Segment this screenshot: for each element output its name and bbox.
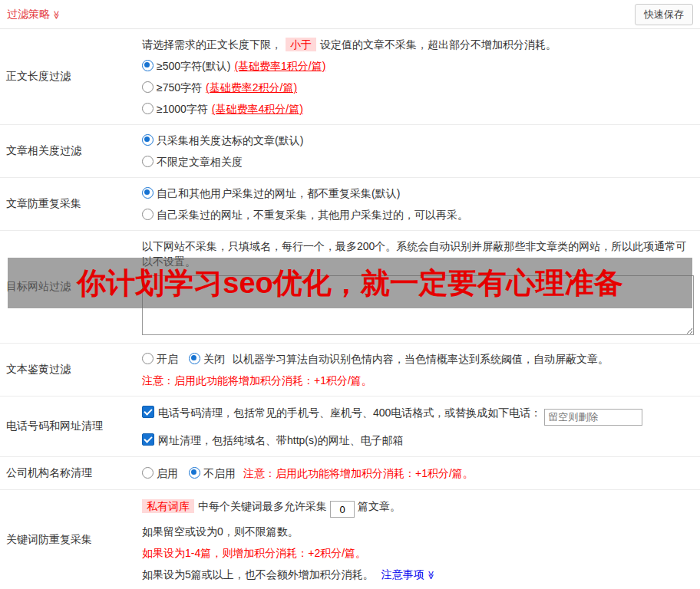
keyword-note-fee: 如果设为1-4篇，则增加积分消耗：+2积分/篇。 — [142, 545, 694, 561]
section-keyword-dedup: 关键词防重复采集 私有词库中每个关键词最多允许采集篇文章。 如果留空或设为0，则… — [0, 490, 700, 589]
section-phone-url-clean: 电话号码和网址清理 电话号码清理，包括常见的手机号、座机号、400电话格式，或替… — [0, 397, 700, 457]
row-content-keyword-dedup: 私有词库中每个关键词最多允许采集篇文章。 如果留空或设为0，则不限篇数。 如果设… — [142, 490, 700, 589]
section-relevance: 文章相关度过滤 只采集相关度达标的文章(默认) 不限定文章相关度 — [0, 125, 700, 178]
keyword-limit-mid: 中每个关键词最多允许采集 — [198, 500, 327, 512]
radio-label: ≥500字符(默认) — [157, 60, 230, 72]
row-content-dedup: 自己和其他用户采集过的网址，都不重复采集(默认) 自己采集过的网址，不重复采集，… — [142, 178, 700, 230]
row-label-keyword-dedup: 关键词防重复采集 — [0, 490, 142, 589]
row-label-relevance: 文章相关度过滤 — [0, 125, 142, 177]
row-content-relevance: 只采集相关度达标的文章(默认) 不限定文章相关度 — [142, 125, 700, 177]
fee-note-1000: (基础费率4积分/篇) — [212, 103, 303, 115]
section-porn-filter: 文本鉴黄过滤 开启关闭以机器学习算法自动识别色情内容，当色情概率达到系统阈值，自… — [0, 344, 700, 397]
length-intro-highlight: 小于 — [286, 38, 316, 51]
radio-unchecked-icon — [142, 156, 154, 167]
porn-filter-options: 开启关闭以机器学习算法自动识别色情内容，当色情概率达到系统阈值，自动屏蔽文章。 — [142, 351, 694, 367]
radio-dedup-global[interactable]: 自己和其他用户采集过的网址，都不重复采集(默认) — [142, 187, 400, 199]
porn-filter-note: 注意：启用此功能将增加积分消耗：+1积分/篇。 — [142, 373, 694, 388]
radio-company-off[interactable]: 不启用 — [189, 467, 236, 479]
radio-label: 只采集相关度达标的文章(默认) — [157, 134, 303, 146]
radio-unchecked-icon — [142, 81, 154, 93]
radio-unchecked-icon — [142, 353, 154, 364]
radio-label: 不限定文章相关度 — [157, 156, 243, 168]
fee-note-500: (基础费率1积分/篇) — [234, 60, 325, 72]
notice-link[interactable]: 注意事项≫ — [381, 568, 436, 581]
row-content-company-clean: 启用不启用注意：启用此功能将增加积分消耗：+1积分/篇。 — [142, 457, 700, 489]
dedup-option-global: 自己和其他用户采集过的网址，都不重复采集(默认) — [142, 186, 694, 201]
phone-clean-line: 电话号码清理，包括常见的手机号、座机号、400电话格式，或替换成如下电话： — [142, 404, 694, 426]
page-title-text: 过滤策略 — [7, 8, 50, 20]
radio-label: ≥1000字符 — [157, 103, 208, 115]
radio-porn-off[interactable]: 关闭 — [189, 353, 225, 365]
row-label-phone-url-clean: 电话号码和网址清理 — [0, 397, 142, 456]
porn-filter-desc: 以机器学习算法自动识别色情内容，当色情概率达到系统阈值，自动屏蔽文章。 — [233, 353, 609, 365]
row-content-content-length: 请选择需求的正文长度下限，小于设定值的文章不采集，超出部分不增加积分消耗。 ≥5… — [142, 29, 700, 124]
length-intro: 请选择需求的正文长度下限，小于设定值的文章不采集，超出部分不增加积分消耗。 — [142, 37, 694, 52]
row-content-porn-filter: 开启关闭以机器学习算法自动识别色情内容，当色情概率达到系统阈值，自动屏蔽文章。 … — [142, 344, 700, 396]
length-option-500: ≥500字符(默认)(基础费率1积分/篇) — [142, 58, 694, 74]
notice-link-text: 注意事项 — [381, 568, 424, 581]
row-label-dedup: 文章防重复采集 — [0, 178, 142, 230]
radio-porn-on[interactable]: 开启 — [142, 353, 178, 365]
row-label-content-length: 正文长度过滤 — [0, 29, 142, 124]
radio-label: 关闭 — [203, 353, 225, 365]
dedup-option-self: 自己采集过的网址，不重复采集，其他用户采集过的，可以再采。 — [142, 207, 694, 222]
section-content-length: 正文长度过滤 请选择需求的正文长度下限，小于设定值的文章不采集，超出部分不增加积… — [0, 29, 700, 125]
relevance-option-strict: 只采集相关度达标的文章(默认) — [142, 133, 694, 148]
radio-length-1000[interactable]: ≥1000字符 — [142, 103, 208, 115]
company-clean-options: 启用不启用注意：启用此功能将增加积分消耗：+1积分/篇。 — [142, 465, 694, 482]
checkbox-url-clean[interactable]: 网址清理，包括纯域名、带http(s)的网址、电子邮箱 — [142, 434, 404, 446]
keyword-note-five: 如果设为5篇或以上，也不会额外增加积分消耗。注意事项≫ — [142, 567, 694, 583]
length-option-1000: ≥1000字符(基础费率4积分/篇) — [142, 101, 694, 117]
radio-unchecked-icon — [142, 467, 154, 479]
radio-dedup-self[interactable]: 自己采集过的网址，不重复采集，其他用户采集过的，可以再采。 — [142, 209, 468, 221]
keyword-limit-post: 篇文章。 — [358, 500, 401, 512]
quick-save-button[interactable]: 快速保存 — [635, 4, 693, 25]
private-lexicon-highlight: 私有词库 — [142, 499, 194, 513]
radio-unchecked-icon — [142, 103, 154, 114]
watermark-overlay: 你计划学习seo优化，就一定要有心理准备 — [8, 258, 692, 308]
length-intro-post: 设定值的文章不采集，超出部分不增加积分消耗。 — [320, 38, 556, 51]
radio-label: 自己采集过的网址，不重复采集，其他用户采集过的，可以再采。 — [157, 209, 468, 221]
radio-label: 开启 — [157, 353, 178, 365]
section-company-clean: 公司机构名称清理 启用不启用注意：启用此功能将增加积分消耗：+1积分/篇。 — [0, 457, 700, 490]
radio-checked-icon — [142, 134, 154, 146]
row-content-phone-url-clean: 电话号码清理，包括常见的手机号、座机号、400电话格式，或替换成如下电话： 网址… — [142, 397, 700, 456]
watermark-text: 你计划学习seo优化，就一定要有心理准备 — [77, 264, 622, 303]
section-dedup: 文章防重复采集 自己和其他用户采集过的网址，都不重复采集(默认) 自己采集过的网… — [0, 178, 700, 231]
checkbox-label: 电话号码清理，包括常见的手机号、座机号、400电话格式，或替换成如下电话： — [158, 406, 541, 419]
row-label-porn-filter: 文本鉴黄过滤 — [0, 344, 142, 396]
checkbox-label: 网址清理，包括纯域名、带http(s)的网址、电子邮箱 — [158, 434, 404, 446]
radio-company-on[interactable]: 启用 — [142, 467, 178, 479]
radio-label: ≥750字符 — [157, 81, 202, 94]
radio-checked-icon — [142, 60, 154, 71]
keyword-limit-input[interactable] — [330, 501, 355, 518]
radio-length-750[interactable]: ≥750字符 — [142, 81, 202, 94]
keyword-limit-line: 私有词库中每个关键词最多允许采集篇文章。 — [142, 498, 694, 518]
top-bar: 过滤策略≫ 快速保存 — [0, 0, 700, 29]
radio-label: 启用 — [157, 467, 178, 479]
fee-note-750: (基础费率2积分/篇) — [206, 81, 297, 94]
checkbox-checked-icon — [142, 406, 154, 418]
radio-checked-icon — [189, 467, 200, 479]
relevance-option-any: 不限定文章相关度 — [142, 154, 694, 169]
company-clean-note: 注意：启用此功能将增加积分消耗：+1积分/篇。 — [243, 467, 474, 479]
chevron-down-icon: ≫ — [424, 571, 439, 580]
radio-checked-icon — [142, 187, 154, 199]
radio-checked-icon — [189, 353, 200, 364]
row-label-company-clean: 公司机构名称清理 — [0, 457, 142, 489]
chevron-down-icon: ≫ — [51, 10, 61, 19]
radio-length-500[interactable]: ≥500字符(默认) — [142, 60, 230, 72]
length-option-750: ≥750字符(基础费率2积分/篇) — [142, 80, 694, 95]
checkbox-checked-icon — [142, 433, 154, 446]
radio-label: 不启用 — [203, 467, 236, 479]
radio-relevance-strict[interactable]: 只采集相关度达标的文章(默认) — [142, 134, 303, 146]
keyword-note-zero: 如果留空或设为0，则不限篇数。 — [142, 524, 694, 539]
page-title[interactable]: 过滤策略≫ — [7, 8, 61, 21]
length-intro-pre: 请选择需求的正文长度下限， — [142, 38, 282, 51]
replace-phone-input[interactable] — [544, 409, 642, 426]
radio-relevance-any[interactable]: 不限定文章相关度 — [142, 156, 243, 168]
radio-unchecked-icon — [142, 209, 154, 220]
radio-label: 自己和其他用户采集过的网址，都不重复采集(默认) — [157, 187, 400, 199]
checkbox-phone-clean[interactable]: 电话号码清理，包括常见的手机号、座机号、400电话格式，或替换成如下电话： — [142, 406, 541, 419]
url-clean-line: 网址清理，包括纯域名、带http(s)的网址、电子邮箱 — [142, 432, 694, 449]
